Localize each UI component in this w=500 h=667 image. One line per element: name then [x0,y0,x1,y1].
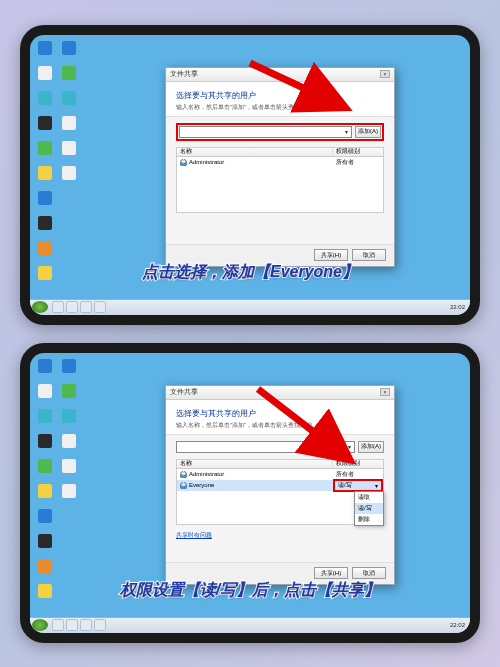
start-button[interactable] [32,619,48,631]
taskbar-pin[interactable] [52,301,64,313]
user-icon [180,159,187,166]
close-button[interactable]: × [380,70,390,78]
taskbar-pin[interactable] [80,301,92,313]
user-icon [180,482,187,489]
caption-text: 点击选择，添加【Everyone】 [142,263,358,280]
desktop-icon[interactable] [60,116,78,138]
desktop-icon[interactable] [36,191,54,213]
desktop-icon[interactable] [60,91,78,113]
perm-value: 读/写 [338,481,352,490]
red-arrow [250,381,370,471]
svg-line-1 [250,63,340,105]
close-button[interactable]: × [380,388,390,396]
tablet-top: 文件共享 × 选择要与其共享的用户 输入名称，然后单击"添加"，或者单击箭头查找… [20,25,480,325]
desktop-icon[interactable] [60,384,78,406]
list-item[interactable]: Administrator 所有者 [177,157,383,168]
desktop-icon[interactable] [36,241,54,263]
taskbar-pin[interactable] [94,619,106,631]
taskbar: 22:02 [30,299,470,315]
cancel-button[interactable]: 取消 [352,249,386,261]
user-combo[interactable]: ▾ [179,126,352,138]
share-help-link[interactable]: 共享时有问题 [176,531,384,540]
desktop-icons [36,41,78,288]
desktop-icon[interactable] [36,141,54,163]
dialog-title: 文件共享 [170,387,198,397]
desktop-icon[interactable] [60,434,78,456]
desktop-icon[interactable] [36,559,54,581]
caption-overlay: 权限设置【读/写】后，点击【共享】 [30,580,470,601]
share-button[interactable]: 共享(H) [314,567,348,579]
dialog-title: 文件共享 [170,69,198,79]
perm-option-remove[interactable]: 删除 [355,514,383,525]
system-tray: 22:02 [450,622,468,628]
desktop-icon[interactable] [36,41,54,63]
taskbar-pin[interactable] [66,301,78,313]
desktop-icon[interactable] [36,166,54,188]
col-perm: 权限级别 [333,147,383,156]
add-button[interactable]: 添加(A) [355,126,381,138]
perm-option-read[interactable]: 读取 [355,492,383,503]
user-name: Everyone [189,482,214,488]
tablet-bottom: 文件共享 × 选择要与其共享的用户 输入名称，然后单击"添加"，或者单击箭头查找… [20,343,480,643]
desktop-screen: 文件共享 × 选择要与其共享的用户 输入名称，然后单击"添加"，或者单击箭头查找… [30,35,470,315]
desktop-icon[interactable] [36,434,54,456]
desktop-icon[interactable] [36,459,54,481]
system-tray: 22:02 [450,304,468,310]
taskbar-pin[interactable] [94,301,106,313]
desktop-icon[interactable] [60,141,78,163]
start-button[interactable] [32,301,48,313]
caption-text: 权限设置【读/写】后，点击【共享】 [120,581,380,598]
user-list: Administrator 所有者 Everyone 读/写 ▾ 读取 读/写 … [176,469,384,525]
desktop-icon[interactable] [36,509,54,531]
desktop-icon[interactable] [60,66,78,88]
taskbar-pin[interactable] [66,619,78,631]
chevron-down-icon[interactable]: ▾ [375,482,378,489]
taskbar-pin[interactable] [52,619,64,631]
desktop-icon[interactable] [60,409,78,431]
svg-line-3 [258,389,345,456]
user-name: Administrator [189,471,224,477]
desktop-icon[interactable] [60,459,78,481]
taskbar-pin[interactable] [80,619,92,631]
desktop-icon[interactable] [36,66,54,88]
perm-cell: 所有者 [333,158,383,167]
highlight-add-row: ▾ 添加(A) [176,123,384,141]
red-arrow [240,55,360,125]
list-header: 名称 权限级别 [176,147,384,157]
caption-overlay: 点击选择，添加【Everyone】 [30,262,470,283]
desktop-icon[interactable] [36,384,54,406]
desktop-icon[interactable] [60,166,78,188]
desktop-screen: 文件共享 × 选择要与其共享的用户 输入名称，然后单击"添加"，或者单击箭头查找… [30,353,470,633]
desktop-icon[interactable] [60,41,78,63]
desktop-icon[interactable] [36,91,54,113]
desktop-icon[interactable] [36,359,54,381]
chevron-down-icon[interactable]: ▾ [345,128,348,135]
desktop-icon[interactable] [36,216,54,238]
desktop-icon[interactable] [60,484,78,506]
desktop-icon[interactable] [36,409,54,431]
list-item[interactable]: Everyone 读/写 ▾ 读取 读/写 删除 [177,480,383,491]
perm-dropdown: 读取 读/写 删除 [354,491,384,526]
desktop-icons [36,359,78,606]
share-button[interactable]: 共享(H) [314,249,348,261]
desktop-icon[interactable] [60,359,78,381]
perm-cell-highlight[interactable]: 读/写 ▾ 读取 读/写 删除 [333,479,383,492]
cancel-button[interactable]: 取消 [352,567,386,579]
desktop-icon[interactable] [36,534,54,556]
user-name: Administrator [189,159,224,165]
taskbar: 22:02 [30,617,470,633]
perm-cell: 所有者 [333,470,383,479]
tray-time: 22:02 [450,304,465,310]
col-name: 名称 [177,147,333,156]
desktop-icon[interactable] [36,116,54,138]
perm-option-rw[interactable]: 读/写 [355,503,383,514]
user-list: Administrator 所有者 [176,157,384,213]
desktop-icon[interactable] [36,484,54,506]
user-icon [180,471,187,478]
tray-time: 22:02 [450,622,465,628]
